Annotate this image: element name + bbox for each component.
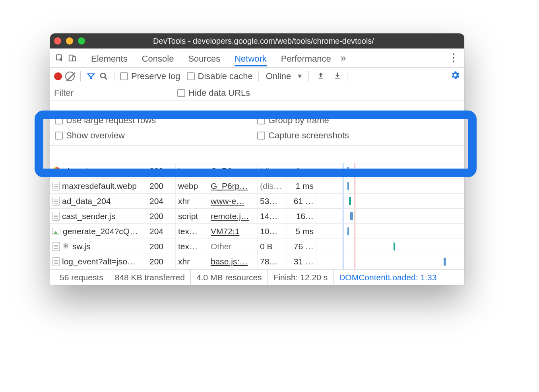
status-transferred: 848 KB transferred [109,270,191,285]
initiator-link[interactable]: base.js:… [211,257,248,266]
cell-time: 31 … [287,254,316,269]
cell-initiator[interactable]: G_P6rp… [208,163,258,178]
inspect-element-icon[interactable] [53,54,66,62]
show-overview-checkbox[interactable]: Show overview [55,130,257,141]
svg-rect-2 [73,56,76,61]
dcl-line [343,194,343,208]
cell-initiator[interactable]: base.js:… [208,254,258,269]
initiator-link[interactable]: G_P6rp… [211,166,248,176]
request-name: photo.jpg [63,166,97,176]
tab-console[interactable]: Console [142,50,174,66]
load-line [355,163,355,178]
group-by-frame-checkbox[interactable]: Group by frame [257,115,460,126]
cell-type: script [176,209,208,223]
window-title: DevTools - developers.google.com/web/too… [91,37,460,46]
settings-menu-button[interactable]: ⋮ [446,52,461,64]
device-toolbar-icon[interactable] [66,54,79,62]
checkbox-icon [187,72,195,80]
cell-type: xhr [176,254,208,269]
disable-cache-label: Disable cache [198,71,253,82]
upload-har-icon[interactable] [317,71,325,82]
cell-size: 14… [258,209,287,223]
table-row[interactable]: photo.jpg200jpegG_P6rp…(dis…1 ms [50,163,464,179]
dcl-line [343,239,343,254]
table-row[interactable]: ad_data_204204xhrwww-e…53…61 … [50,194,464,209]
request-name: maxresdefault.webp [62,181,137,191]
cell-waterfall [316,179,464,193]
initiator-link[interactable]: VM72:1 [211,227,239,236]
window-close-button[interactable] [54,37,61,45]
capture-screenshots-checkbox[interactable]: Capture screenshots [257,130,460,141]
tab-sources[interactable]: Sources [188,50,220,66]
initiator-link[interactable]: www-e… [211,196,244,206]
cell-initiator[interactable]: remote.j… [208,209,258,223]
cell-waterfall [316,163,464,178]
cell-waterfall [316,254,464,269]
cell-time: 76 … [287,239,316,254]
more-tabs-button[interactable]: » [341,52,346,64]
checkbox-icon [55,132,63,140]
cell-waterfall [316,224,464,239]
table-row[interactable]: generate_204?cQ…204tex…VM72:110…5 ms [50,224,464,239]
cell-initiator[interactable]: VM72:1 [208,224,258,239]
throttling-select[interactable]: Online ▼ [264,71,303,82]
download-har-icon[interactable] [333,71,341,82]
cell-status: 200 [147,179,176,193]
tab-elements[interactable]: Elements [91,50,128,66]
filter-input[interactable] [50,85,177,101]
timing-bar [347,227,349,235]
cell-initiator[interactable]: www-e… [208,194,258,208]
doc-file-icon [52,182,60,190]
window-zoom-button[interactable] [78,37,85,45]
status-resources: 4.0 MB resources [191,270,268,285]
dcl-line [343,163,343,178]
cell-name: photo.jpg [50,163,147,178]
clear-button[interactable] [65,72,75,81]
cell-type: webp [176,179,208,193]
load-line [355,254,355,269]
cell-size: 10… [258,224,287,239]
cell-type: tex… [176,239,208,254]
window-minimize-button[interactable] [66,37,73,45]
status-requests: 56 requests [54,270,109,285]
capture-screenshots-label: Capture screenshots [268,130,349,141]
timing-bar [347,167,349,175]
network-settings-icon[interactable] [450,70,460,83]
table-row[interactable]: ✻sw.js200tex…Other0 B76 … [50,239,464,254]
status-finish: Finish: 12.20 s [268,270,334,285]
initiator-link[interactable]: G_P6rp… [211,181,248,191]
cell-type: xhr [176,194,208,208]
table-row[interactable]: log_event?alt=jso…200xhrbase.js:…78…31 … [50,254,464,269]
doc-file-icon [52,197,60,206]
cell-initiator[interactable]: G_P6rp… [208,179,258,193]
checkbox-icon [257,116,265,124]
large-rows-label: Use large request rows [66,115,156,126]
filter-icon[interactable] [86,72,96,81]
tab-network[interactable]: Network [235,50,267,66]
load-line [355,209,355,223]
timing-bar [444,258,446,266]
request-name: log_event?alt=jso… [62,257,136,266]
cell-name: ✻sw.js [50,239,147,254]
hide-data-urls-checkbox[interactable]: Hide data URLs [177,88,250,98]
table-row[interactable]: cast_sender.js200scriptremote.j…14…16… [50,209,464,224]
tab-performance[interactable]: Performance [281,50,331,66]
request-name: cast_sender.js [62,212,115,221]
table-row[interactable]: maxresdefault.webp200webpG_P6rp…(dis…1 m… [50,179,464,194]
initiator-link[interactable]: remote.j… [211,212,249,221]
preserve-log-checkbox[interactable]: Preserve log [120,71,180,82]
doc-file-icon [52,212,60,221]
throttling-value: Online [266,71,291,82]
status-bar: 56 requests 848 KB transferred 4.0 MB re… [50,269,464,285]
cell-time: 16… [287,209,316,223]
cell-status: 200 [147,163,176,178]
record-button[interactable] [54,72,62,80]
disable-cache-checkbox[interactable]: Disable cache [187,71,253,82]
cell-initiator[interactable]: Other [208,239,258,254]
doc-file-icon [52,257,60,266]
timing-bar [350,212,353,220]
search-icon[interactable] [99,72,109,81]
cell-time: 5 ms [287,224,316,239]
load-line [355,239,355,254]
large-request-rows-checkbox[interactable]: Use large request rows [55,115,257,126]
